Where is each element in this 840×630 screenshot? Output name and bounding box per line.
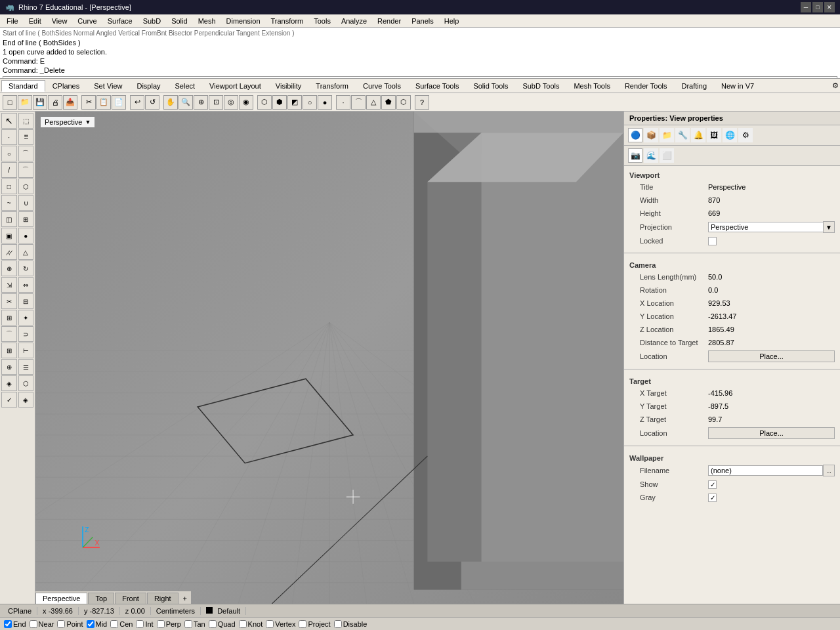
toolbar-tab-set-view[interactable]: Set View	[87, 80, 129, 92]
toolbar-tab-cplanes[interactable]: CPlanes	[45, 80, 87, 92]
locked-checkbox[interactable]	[708, 237, 717, 245]
filename-browse-button[interactable]: ...	[823, 465, 835, 476]
wireframe-button[interactable]: ⬡	[257, 95, 272, 110]
end-checkbox[interactable]	[4, 620, 12, 628]
menu-item-tools[interactable]: Tools	[308, 16, 336, 26]
snap-cen[interactable]: Cen	[109, 620, 134, 628]
prop-projection-dropdown[interactable]: Perspective ▼	[708, 221, 835, 233]
projection-dropdown-arrow[interactable]: ▼	[823, 221, 835, 233]
toolbar-tab-mesh-tools[interactable]: Mesh Tools	[566, 80, 617, 92]
scale-tool[interactable]: ⇲	[1, 277, 17, 293]
zoom-window-button[interactable]: ⊡	[209, 95, 223, 110]
paste-button[interactable]: 📄	[112, 95, 126, 110]
toolbar-tab-drafting[interactable]: Drafting	[675, 80, 715, 92]
snap-mid[interactable]: Mid	[85, 620, 109, 628]
perp-checkbox[interactable]	[157, 620, 165, 628]
viewport-label[interactable]: Perspective ▼	[41, 117, 94, 127]
save-button[interactable]: 💾	[33, 95, 47, 110]
select-tool[interactable]: ↖	[1, 113, 17, 129]
shaded-button[interactable]: ⬢	[272, 95, 287, 110]
snap-quad[interactable]: Quad	[207, 620, 237, 628]
open-button[interactable]: 📁	[18, 95, 32, 110]
menu-item-edit[interactable]: Edit	[24, 16, 47, 26]
toolbar-settings-button[interactable]: ⚙	[832, 81, 839, 90]
surface-from-pts-tool[interactable]: ◫	[1, 211, 17, 227]
check-tool[interactable]: ✓	[1, 392, 17, 408]
zoom-selected-button[interactable]: ◉	[239, 95, 253, 110]
menu-item-panels[interactable]: Panels	[406, 16, 439, 26]
zoom-extents-button[interactable]: ◎	[224, 95, 238, 110]
zoom-button[interactable]: 🔍	[178, 95, 193, 110]
curve-button[interactable]: ⌒	[351, 95, 366, 110]
surface-button[interactable]: △	[366, 95, 381, 110]
snap-point[interactable]: Point	[56, 620, 84, 628]
tab-front[interactable]: Front	[115, 593, 146, 604]
conic-tool[interactable]: ∪	[18, 195, 34, 211]
cylinder-tool[interactable]: ⌭	[1, 244, 17, 260]
panel-icon-environment[interactable]: 🌐	[723, 128, 737, 142]
toolbar-tab-solid-tools[interactable]: Solid Tools	[466, 80, 515, 92]
cone-tool[interactable]: △	[18, 244, 34, 260]
snap-vertex[interactable]: Vertex	[264, 620, 297, 628]
panel-icon-light[interactable]: 🔔	[691, 128, 705, 142]
menu-item-surface[interactable]: Surface	[102, 16, 138, 26]
render-tool[interactable]: ⬡	[18, 375, 34, 391]
gray-checkbox[interactable]: ✓	[708, 494, 717, 502]
panel-icon-properties[interactable]: 🔵	[628, 128, 642, 142]
point-tool[interactable]: ·	[1, 129, 17, 145]
knot-checkbox[interactable]	[239, 620, 247, 628]
solid-button[interactable]: ⬟	[381, 95, 396, 110]
material-tool[interactable]: ◈	[1, 375, 17, 391]
mesh-button[interactable]: ⬡	[396, 95, 411, 110]
misc-tool[interactable]: ◈	[18, 392, 34, 408]
tab-perspective[interactable]: Perspective	[35, 593, 87, 604]
print-button[interactable]: 🖨	[48, 95, 62, 110]
snap-tan[interactable]: Tan	[183, 620, 207, 628]
toolbar-tab-select[interactable]: Select	[168, 80, 203, 92]
snap-knot[interactable]: Knot	[238, 620, 264, 628]
mirror-tool[interactable]: ⇔	[18, 277, 34, 293]
panel-icon-sun[interactable]: 🌊	[644, 148, 658, 163]
toolbar-tab-new-in-v7[interactable]: New in V7	[714, 80, 761, 92]
blend-tool[interactable]: ⊃	[18, 326, 34, 342]
camera-place-button[interactable]: Place...	[708, 350, 835, 362]
menu-item-view[interactable]: View	[47, 16, 73, 26]
rotate-tool[interactable]: ↻	[18, 261, 34, 276]
trim-tool[interactable]: ✂	[1, 293, 17, 309]
panel-icon-material[interactable]: 🔧	[675, 128, 690, 142]
toolbar-tab-standard[interactable]: Standard	[1, 80, 45, 92]
point-button[interactable]: ·	[336, 95, 350, 110]
xray-button[interactable]: ●	[318, 95, 332, 110]
snap-perp[interactable]: Perp	[156, 620, 182, 628]
extrude-tool[interactable]: ⊞	[18, 211, 34, 227]
join-tool[interactable]: ⊞	[1, 310, 17, 326]
menu-item-mesh[interactable]: Mesh	[193, 16, 221, 26]
grid-tool[interactable]: ⊞	[1, 343, 17, 358]
toolbar-tab-render-tools[interactable]: Render Tools	[618, 80, 675, 92]
project-checkbox[interactable]	[299, 620, 306, 628]
snap-end[interactable]: End	[3, 620, 28, 628]
panel-icon-camera[interactable]: 📷	[628, 148, 642, 163]
line-tool[interactable]: /	[1, 162, 17, 178]
close-button[interactable]: ✕	[824, 2, 835, 12]
dim-tool[interactable]: ⊢	[18, 343, 34, 358]
copy-button[interactable]: 📋	[96, 95, 111, 110]
rendered-button[interactable]: ◩	[287, 95, 302, 110]
snap-near[interactable]: Near	[28, 620, 56, 628]
panel-icon-image[interactable]: 🖼	[707, 128, 721, 142]
undo-button[interactable]: ↩	[130, 95, 144, 110]
menu-item-subd[interactable]: SubD	[138, 16, 167, 26]
viewport-area[interactable]: Perspective ▼	[35, 112, 623, 604]
toolbar-tab-surface-tools[interactable]: Surface Tools	[408, 80, 466, 92]
maximize-button[interactable]: □	[812, 2, 823, 12]
rectangle-tool[interactable]: □	[1, 178, 17, 194]
point-checkbox[interactable]	[57, 620, 65, 628]
panel-icon-settings[interactable]: ⚙	[738, 128, 753, 142]
toolbar-tab-viewport-layout[interactable]: Viewport Layout	[202, 80, 268, 92]
toolbar-tab-transform[interactable]: Transform	[308, 80, 356, 92]
panel-icon-viewport-display[interactable]: ⬜	[660, 148, 674, 163]
import-button[interactable]: 📥	[63, 95, 77, 110]
circle-tool[interactable]: ○	[1, 146, 17, 161]
toolbar-tab-display[interactable]: Display	[129, 80, 167, 92]
zoom-plus-button[interactable]: ⊕	[194, 95, 208, 110]
